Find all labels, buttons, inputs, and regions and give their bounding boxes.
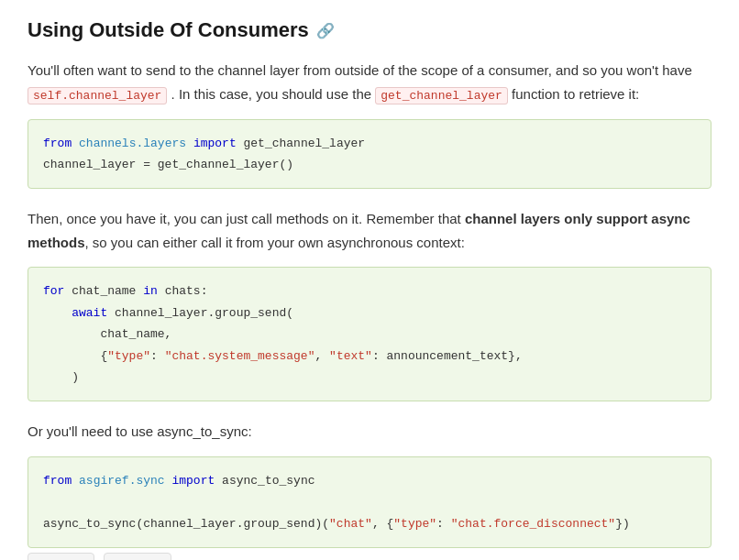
inline-code-self-channel-layer: self.channel_layer [28,87,167,104]
code-block-2: for chat_name in chats: await channel_la… [28,267,711,401]
nav-buttons: ← Prev Next → [28,553,171,560]
inline-code-get-channel-layer: get_channel_layer [375,87,508,104]
code-line: chat_name, [43,324,696,345]
prev-button[interactable]: ← Prev [28,553,94,560]
anchor-icon[interactable]: 🔗 [316,22,335,39]
code-line: from channels.layers import get_channel_… [43,133,696,154]
code-block-1: from channels.layers import get_channel_… [28,119,711,190]
code-line: channel_layer = get_channel_layer() [43,154,696,175]
next-button[interactable]: Next → [104,553,171,560]
paragraph-2: Then, once you have it, you can just cal… [28,207,711,254]
page-title: Using Outside Of Consumers 🔗 [28,18,711,42]
code-block-3: from asgiref.sync import async_to_sync a… [28,456,711,548]
paragraph-1: You'll often want to send to the channel… [28,59,711,106]
code-line: from asgiref.sync import async_to_sync [43,470,696,491]
code-line: ) [43,367,696,388]
code-line: await channel_layer.group_send( [43,302,696,324]
code-line: for chat_name in chats: [43,280,696,302]
code-line: {"type": "chat.system_message", "text": … [43,346,696,367]
code-line: async_to_sync(channel_layer.group_send)(… [43,513,696,534]
code-line [43,491,696,512]
paragraph-3: Or you'll need to use async_to_sync: [28,420,711,444]
